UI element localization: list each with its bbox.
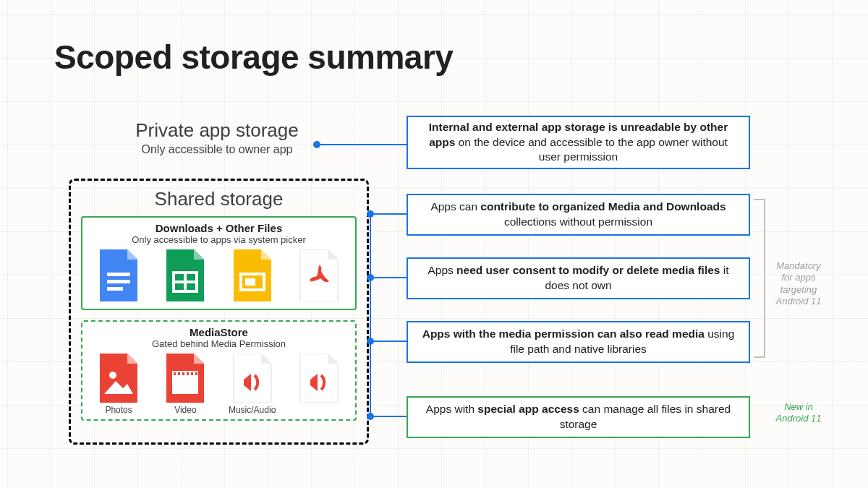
b5-pre: Apps with <box>426 403 478 415</box>
b1-rest: on the device and accessible to the app … <box>455 136 728 163</box>
audio-file-icon-2 <box>293 354 345 403</box>
downloads-icon-row <box>88 249 349 301</box>
svg-rect-0 <box>107 273 130 276</box>
photos-file-icon: Photos <box>93 354 145 415</box>
svg-rect-11 <box>178 372 180 375</box>
b3-pre: Apps <box>427 264 456 276</box>
mediastore-icon-row: Photos Video <box>88 354 349 415</box>
annotation-new: New in Android 11 <box>770 401 827 425</box>
info-box-contribute: Apps can contribute to organized Media a… <box>407 194 750 236</box>
video-file-icon: Video <box>159 354 211 415</box>
sheets-file-icon <box>159 249 211 301</box>
audio-file-icon-1: Music/Audio <box>226 354 278 415</box>
private-subtext: Only accessible to owner app <box>109 143 326 156</box>
mediastore-title: MediaStore <box>88 326 349 338</box>
b2-pre: Apps can <box>430 200 480 213</box>
annotation-mandatory: Mandatory for apps targeting Android 11 <box>770 260 827 307</box>
svg-rect-1 <box>107 280 130 283</box>
b3-strong: need user consent to modify or delete me… <box>456 264 720 276</box>
video-label: Video <box>159 405 211 415</box>
b5-strong: special app access <box>477 403 579 415</box>
downloads-sub: Only accessible to apps via system picke… <box>88 234 349 245</box>
svg-rect-14 <box>191 372 193 375</box>
svg-point-8 <box>109 372 116 379</box>
info-box-private-storage: Internal and external app storage is unr… <box>407 116 750 169</box>
svg-rect-12 <box>182 372 184 375</box>
slides-file-icon <box>226 249 278 301</box>
docs-file-icon <box>93 249 145 301</box>
info-box-media-permission: Apps with the media permission can also … <box>407 321 750 363</box>
pdf-file-icon <box>293 249 345 301</box>
info-box-consent: Apps need user consent to modify or dele… <box>407 257 750 299</box>
svg-rect-7 <box>245 278 255 286</box>
shared-heading-text: Shared storage <box>81 188 357 210</box>
shared-storage-container: Shared storage Downloads + Other Files O… <box>69 179 369 445</box>
mediastore-box: MediaStore Gated behind Media Permission… <box>81 320 357 421</box>
svg-rect-9 <box>172 371 198 377</box>
svg-rect-2 <box>107 287 123 291</box>
svg-rect-10 <box>174 372 176 375</box>
svg-rect-16 <box>172 377 198 394</box>
downloads-box: Downloads + Other Files Only accessible … <box>81 216 357 310</box>
b2-post: collections without permission <box>504 215 652 228</box>
mandatory-bracket <box>754 199 765 358</box>
b5-post: can manage all files in shared storage <box>560 403 731 430</box>
downloads-title: Downloads + Other Files <box>88 222 349 234</box>
private-heading-text: Private app storage <box>109 119 326 142</box>
page-title: Scoped storage summary <box>54 38 453 77</box>
svg-rect-13 <box>187 372 189 375</box>
b2-strong: contribute to organized Media and Downlo… <box>480 200 726 213</box>
photos-label: Photos <box>93 405 145 415</box>
info-box-special-access: Apps with special app access can manage … <box>407 396 750 438</box>
music-label: Music/Audio <box>226 405 278 415</box>
mediastore-sub: Gated behind Media Permission <box>88 338 349 349</box>
b4-strong: Apps with the media permission can also … <box>422 328 705 340</box>
private-storage-heading: Private app storage Only accessible to o… <box>109 119 326 156</box>
svg-rect-15 <box>195 372 197 375</box>
